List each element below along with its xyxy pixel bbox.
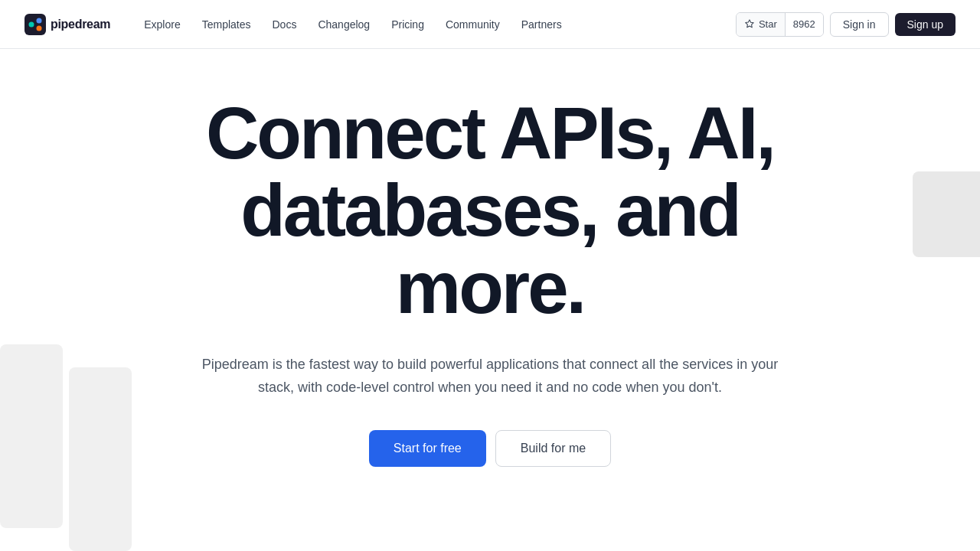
nav-actions: Star 8962 Sign in Sign up: [736, 12, 956, 37]
nav-explore[interactable]: Explore: [135, 12, 189, 37]
nav-templates[interactable]: Templates: [193, 12, 260, 37]
star-button[interactable]: Star 8962: [736, 12, 824, 37]
start-for-free-button[interactable]: Start for free: [369, 430, 486, 467]
navbar: pipedream Explore Templates Docs Changel…: [0, 0, 980, 49]
nav-pricing[interactable]: Pricing: [382, 12, 433, 37]
star-count: 8962: [786, 13, 823, 36]
hero-title: Connect APIs, AI, databases, and more.: [145, 95, 835, 326]
svg-rect-0: [24, 14, 46, 35]
hero-subtitle: Pipedream is the fastest way to build po…: [199, 354, 781, 399]
signup-button[interactable]: Sign up: [895, 13, 956, 36]
svg-point-3: [37, 25, 42, 31]
build-for-me-button[interactable]: Build for me: [495, 430, 611, 467]
signin-button[interactable]: Sign in: [830, 12, 889, 37]
nav-links: Explore Templates Docs Changelog Pricing…: [135, 12, 736, 37]
logo-icon: [24, 14, 46, 35]
svg-point-1: [29, 21, 34, 27]
nav-docs[interactable]: Docs: [263, 12, 306, 37]
logo-link[interactable]: pipedream: [24, 14, 110, 35]
svg-point-2: [37, 18, 42, 23]
star-text: Star: [759, 18, 777, 30]
hero-buttons: Start for free Build for me: [369, 430, 611, 467]
nav-community[interactable]: Community: [436, 12, 509, 37]
star-label: Star: [737, 13, 786, 36]
hero-section: Connect APIs, AI, databases, and more. P…: [0, 49, 980, 551]
star-icon: [744, 19, 755, 30]
hero-content: Connect APIs, AI, databases, and more. P…: [0, 49, 980, 467]
nav-partners[interactable]: Partners: [512, 12, 571, 37]
nav-changelog[interactable]: Changelog: [309, 12, 379, 37]
logo-text: pipedream: [51, 18, 110, 31]
